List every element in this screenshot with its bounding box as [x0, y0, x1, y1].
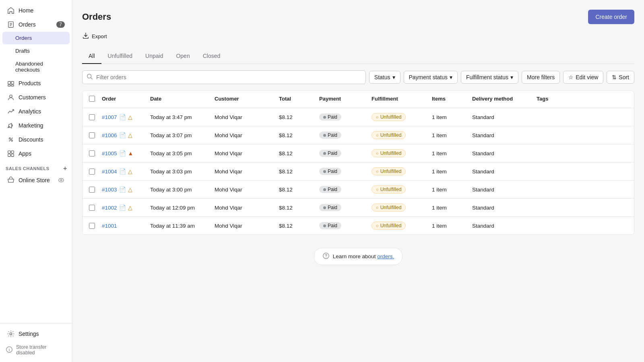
order-delivery-cell: Standard — [472, 187, 537, 193]
svg-line-23 — [91, 78, 93, 79]
sidebar-item-discounts[interactable]: Discounts — [2, 133, 70, 146]
warning-yellow-icon: △ — [128, 132, 132, 138]
sidebar-item-customers[interactable]: Customers — [2, 90, 70, 104]
edit-view-button[interactable]: ☆ Edit view — [563, 71, 603, 84]
order-id-cell: #1002 📄 △ — [102, 204, 150, 211]
row-checkbox[interactable] — [89, 114, 95, 120]
order-date-cell: Today at 3:03 pm — [150, 169, 215, 175]
sidebar-item-marketing[interactable]: Marketing — [2, 119, 70, 132]
order-link[interactable]: #1004 — [102, 169, 117, 175]
tab-closed[interactable]: Closed — [196, 49, 227, 64]
row-checkbox[interactable] — [89, 205, 95, 211]
order-link[interactable]: #1002 — [102, 205, 117, 211]
order-date-cell: Today at 3:07 pm — [150, 132, 215, 138]
payment-badge: Paid — [319, 150, 341, 157]
search-input[interactable] — [82, 70, 366, 84]
sidebar-item-orders-orders[interactable]: Orders — [2, 32, 70, 44]
sidebar-item-home[interactable]: Home — [2, 4, 70, 17]
order-id-cell: #1001 — [102, 223, 150, 229]
search-wrap — [82, 70, 366, 84]
order-link[interactable]: #1006 — [102, 132, 117, 138]
order-date-cell: Today at 3:05 pm — [150, 150, 215, 156]
star-icon: ☆ — [568, 74, 574, 80]
order-payment-cell: Paid — [319, 113, 372, 121]
sort-icon: ⇅ — [612, 74, 617, 80]
chevron-down-icon: ▾ — [450, 74, 452, 80]
order-items-cell: 1 item — [432, 150, 472, 156]
order-date-cell: Today at 12:09 pm — [150, 205, 215, 211]
table-row: #1003 📄 △ Today at 3:00 pm Mohd Viqar $8… — [83, 181, 634, 199]
svg-rect-5 — [11, 82, 14, 84]
tab-all[interactable]: All — [82, 49, 101, 64]
page-header: Orders Create order — [82, 10, 634, 24]
create-order-button[interactable]: Create order — [588, 10, 634, 24]
order-delivery-cell: Standard — [472, 169, 537, 175]
svg-rect-6 — [8, 85, 10, 86]
col-customer: Customer — [215, 96, 279, 103]
order-link[interactable]: #1007 — [102, 114, 117, 120]
svg-point-8 — [10, 95, 12, 97]
order-total-cell: $8.12 — [279, 150, 319, 156]
col-tags: Tags — [537, 96, 569, 103]
row-checkbox[interactable] — [89, 150, 95, 156]
order-date-cell: Today at 3:47 pm — [150, 114, 215, 120]
fulfillment-badge: Unfulfilled — [372, 222, 406, 230]
status-filter-button[interactable]: Status ▾ — [369, 71, 400, 84]
tab-unfulfilled[interactable]: Unfulfilled — [101, 49, 139, 64]
customers-icon — [7, 94, 14, 101]
sidebar-item-orders[interactable]: Orders 7 — [2, 18, 70, 31]
main-content-area: Orders Create order Export All Unfulfill… — [72, 0, 644, 362]
select-all-checkbox[interactable] — [89, 96, 95, 102]
add-sales-channel-icon[interactable]: + — [63, 165, 67, 172]
order-customer-cell: Mohd Viqar — [215, 169, 279, 175]
sidebar-item-settings[interactable]: Settings — [2, 327, 70, 341]
sidebar-item-apps[interactable]: Apps — [2, 147, 70, 160]
sort-button[interactable]: ⇅ Sort — [607, 71, 634, 84]
orders-badge: 7 — [56, 21, 65, 28]
order-delivery-cell: Standard — [472, 114, 537, 120]
order-link[interactable]: #1001 — [102, 223, 117, 229]
chevron-down-icon: ▾ — [392, 74, 395, 80]
export-button[interactable]: Export — [82, 31, 107, 42]
order-delivery-cell: Standard — [472, 150, 537, 156]
order-items-cell: 1 item — [432, 223, 472, 229]
doc-icon: 📄 — [119, 150, 126, 156]
learn-more-link[interactable]: orders. — [377, 253, 394, 259]
order-delivery-cell: Standard — [472, 132, 537, 138]
search-icon — [86, 73, 93, 82]
tab-unpaid[interactable]: Unpaid — [139, 49, 169, 64]
tab-open[interactable]: Open — [169, 49, 196, 64]
more-filters-button[interactable]: More filters — [522, 71, 560, 84]
sidebar-item-products[interactable]: Products — [2, 76, 70, 90]
marketing-icon — [7, 122, 14, 129]
payment-status-filter-button[interactable]: Payment status ▾ — [404, 71, 458, 84]
fulfillment-status-filter-button[interactable]: Fulfillment status ▾ — [461, 71, 518, 84]
row-checkbox[interactable] — [89, 132, 95, 138]
order-link[interactable]: #1005 — [102, 150, 117, 156]
sidebar-item-online-store[interactable]: Online Store — [2, 174, 70, 186]
order-link[interactable]: #1003 — [102, 187, 117, 193]
store-transfer-status: Store transfer disabled — [0, 341, 72, 359]
online-store-icon — [7, 177, 14, 184]
sidebar-item-orders-abandoned[interactable]: Abandoned checkouts — [2, 58, 70, 76]
learn-more-text: Learn more about orders. — [333, 253, 394, 259]
order-tabs: All Unfulfilled Unpaid Open Closed — [82, 49, 634, 64]
discounts-icon — [7, 136, 14, 143]
order-customer-cell: Mohd Viqar — [215, 114, 279, 120]
row-checkbox[interactable] — [89, 187, 95, 193]
svg-point-10 — [11, 140, 13, 142]
row-checkbox[interactable] — [89, 169, 95, 175]
doc-icon: 📄 — [119, 114, 126, 120]
order-delivery-cell: Standard — [472, 223, 537, 229]
analytics-icon — [7, 108, 14, 115]
payment-badge: Paid — [319, 186, 341, 193]
sidebar-item-analytics[interactable]: Analytics — [2, 105, 70, 118]
sidebar-item-orders-drafts[interactable]: Drafts — [2, 45, 70, 57]
row-checkbox[interactable] — [89, 223, 95, 229]
svg-point-9 — [9, 138, 11, 140]
order-customer-cell: Mohd Viqar — [215, 205, 279, 211]
online-store-eye-button[interactable] — [58, 177, 65, 184]
table-header: Order Date Customer Total Payment Fulfil… — [83, 91, 634, 108]
doc-icon: 📄 — [119, 204, 126, 211]
home-icon — [7, 7, 14, 14]
